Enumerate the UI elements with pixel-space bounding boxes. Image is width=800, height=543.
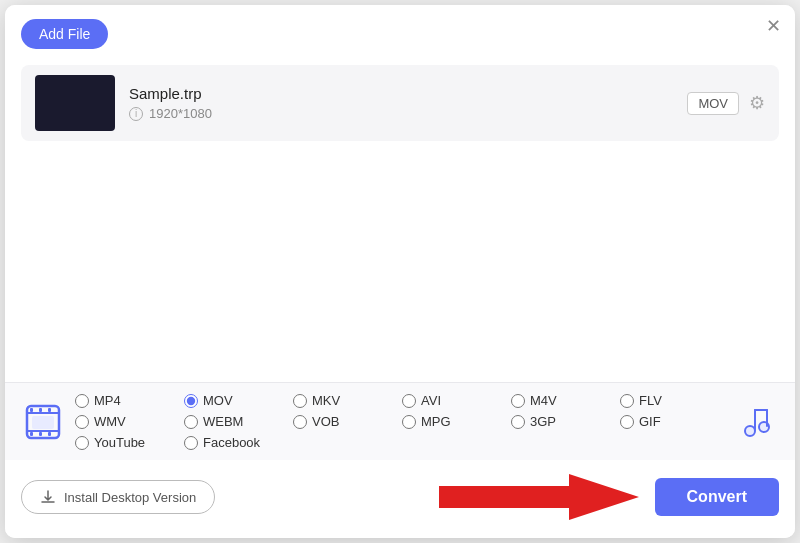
format-option-webm[interactable]: WEBM xyxy=(184,414,289,429)
file-item: Sample.trp i 1920*1080 MOV ⚙ xyxy=(21,65,779,141)
main-dialog: Add File ✕ Sample.trp i 1920*1080 MOV ⚙ xyxy=(5,5,795,538)
svg-rect-12 xyxy=(754,409,756,431)
file-list: Sample.trp i 1920*1080 MOV ⚙ xyxy=(5,59,795,147)
file-actions: MOV ⚙ xyxy=(687,92,765,115)
audio-icon[interactable] xyxy=(735,400,779,444)
info-icon: i xyxy=(129,107,143,121)
svg-rect-7 xyxy=(39,432,42,436)
format-badge: MOV xyxy=(687,92,739,115)
close-button[interactable]: ✕ xyxy=(766,17,781,35)
format-panel: MP4 MOV MKV AVI M4V FLV WM xyxy=(5,382,795,460)
format-option-m4v[interactable]: M4V xyxy=(511,393,616,408)
format-option-youtube[interactable]: YouTube xyxy=(75,435,180,450)
red-arrow xyxy=(439,470,639,524)
format-grid: MP4 MOV MKV AVI M4V FLV WM xyxy=(75,393,725,450)
svg-rect-9 xyxy=(32,416,54,429)
file-name: Sample.trp xyxy=(129,85,673,102)
format-option-mpg[interactable]: MPG xyxy=(402,414,507,429)
file-resolution: 1920*1080 xyxy=(149,106,212,121)
format-option-facebook[interactable]: Facebook xyxy=(184,435,289,450)
format-option-mov[interactable]: MOV xyxy=(184,393,289,408)
svg-rect-1 xyxy=(27,412,59,414)
convert-button[interactable]: Convert xyxy=(655,478,779,516)
add-file-button[interactable]: Add File xyxy=(21,19,108,49)
settings-icon[interactable]: ⚙ xyxy=(749,92,765,114)
svg-rect-14 xyxy=(766,409,768,427)
svg-rect-6 xyxy=(30,432,33,436)
red-arrow-svg xyxy=(439,470,639,524)
format-option-3gp[interactable]: 3GP xyxy=(511,414,616,429)
download-icon xyxy=(40,489,56,505)
file-info: Sample.trp i 1920*1080 xyxy=(129,85,673,121)
bottom-bar: Install Desktop Version Convert xyxy=(5,460,795,538)
format-option-wmv[interactable]: WMV xyxy=(75,414,180,429)
svg-rect-3 xyxy=(30,408,33,412)
install-button[interactable]: Install Desktop Version xyxy=(21,480,215,514)
format-option-avi[interactable]: AVI xyxy=(402,393,507,408)
file-thumbnail xyxy=(35,75,115,131)
arrow-area: Convert xyxy=(231,470,779,524)
format-options: MP4 MOV MKV AVI M4V FLV WM xyxy=(21,393,779,450)
format-option-gif[interactable]: GIF xyxy=(620,414,725,429)
svg-rect-5 xyxy=(48,408,51,412)
svg-point-10 xyxy=(745,426,755,436)
dialog-header: Add File ✕ xyxy=(5,5,795,59)
svg-rect-4 xyxy=(39,408,42,412)
svg-rect-8 xyxy=(48,432,51,436)
format-option-flv[interactable]: FLV xyxy=(620,393,725,408)
file-meta: i 1920*1080 xyxy=(129,106,673,121)
film-icon[interactable] xyxy=(21,400,65,444)
format-option-mkv[interactable]: MKV xyxy=(293,393,398,408)
format-option-vob[interactable]: VOB xyxy=(293,414,398,429)
format-option-mp4[interactable]: MP4 xyxy=(75,393,180,408)
svg-rect-2 xyxy=(27,430,59,432)
svg-marker-15 xyxy=(439,474,639,520)
content-area xyxy=(5,147,795,382)
svg-rect-13 xyxy=(754,409,768,411)
install-label: Install Desktop Version xyxy=(64,490,196,505)
